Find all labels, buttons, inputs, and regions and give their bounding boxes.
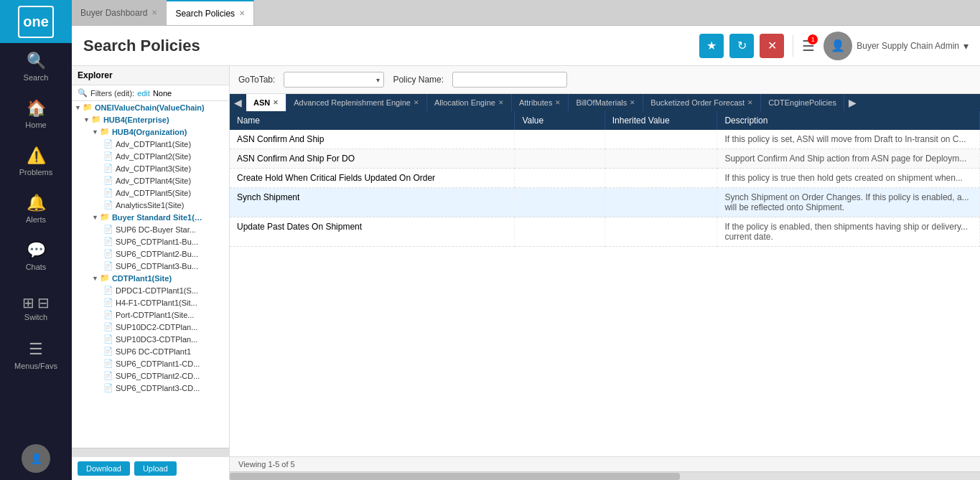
explorer-header: Explorer [72,66,229,85]
policy-tab-are-label: Advanced Replenishment Engine [294,98,411,107]
close-page-button[interactable]: ✕ [760,34,784,58]
goto-tab-wrapper [284,72,384,88]
star-button[interactable]: ★ [699,34,724,58]
sidebar-item-alerts[interactable]: 🔔 Alerts [0,185,72,232]
policy-tab-attr-label: Attributes [519,98,552,107]
sidebar-item-problems[interactable]: ⚠️ Problems [0,138,72,185]
list-item[interactable]: 📄SUP6_CDTPlant1-CD... [72,357,229,370]
list-item[interactable]: 📄Adv_CDTPlant4(Site) [72,174,229,187]
close-buyer-dashboard-icon[interactable]: ✕ [151,9,157,17]
sidebar-item-search[interactable]: 🔍 Search [0,43,72,90]
goto-tab-select[interactable] [284,72,384,88]
list-item[interactable]: 📄SUP6_CDTPlant2-CD... [72,370,229,382]
explorer-scrollbar-x[interactable] [72,448,229,456]
policy-tab-attr[interactable]: Attributes ✕ [512,94,569,111]
close-bof-tab-icon[interactable]: ✕ [747,99,753,106]
list-item[interactable]: 📄SUP6_CDTPlant3-Bu... [72,260,229,272]
list-item[interactable]: 📄Port-CDTPlant1(Site... [72,309,229,321]
list-item[interactable]: 📄Adv_CDTPlant1(Site) [72,138,229,150]
refresh-button[interactable]: ↻ [729,34,754,58]
file-icon: 📄 [103,334,113,344]
close-alloc-tab-icon[interactable]: ✕ [498,99,504,106]
list-item[interactable]: 📄Adv_CDTPlant2(Site) [72,150,229,162]
close-bom-tab-icon[interactable]: ✕ [630,99,635,106]
file-icon: 📄 [103,310,113,319]
tab-bar: Buyer Dashboard ✕ Search Policies ✕ [72,0,980,26]
user-name: Buyer Supply Chain Admin [857,41,959,51]
sidebar-item-home[interactable]: 🏠 Home [0,90,72,138]
logo-area[interactable]: one [0,0,72,43]
list-item[interactable]: 📄Adv_CDTPlant3(Site) [72,162,229,174]
file-icon: 📄 [103,151,113,161]
cell-description: If this policy is set, ASN will move fro… [717,130,980,149]
bottom-scrollbar[interactable] [230,471,980,480]
chevron-down-icon: ▾ [963,40,969,52]
tab-buyer-dashboard[interactable]: Buyer Dashboard ✕ [72,0,167,25]
file-icon: 📄 [103,249,113,258]
user-avatar-small[interactable]: 👤 [22,444,50,473]
tree-node-buyerstandard[interactable]: ▼ 📁 Buyer Standard Site1(Si... [72,211,229,223]
list-item[interactable]: 📄SUP6 DC-Buyer Star... [72,223,229,235]
list-item[interactable]: 📄H4-F1-CDTPlant1(Sit... [72,296,229,309]
main-area: Buyer Dashboard ✕ Search Policies ✕ Sear… [72,0,980,480]
download-button[interactable]: Download [78,461,130,476]
file-icon: 📄 [103,164,113,173]
tab-nav-right-arrow[interactable]: ▶ [844,97,861,108]
policy-tabs: ◀ ASN ✕ Advanced Replenishment Engine ✕ … [230,94,980,111]
list-item[interactable]: 📄SUP6_CDTPlant3-CD... [72,382,229,394]
tab-nav-left-arrow[interactable]: ◀ [230,97,246,108]
tree-node-hub4org[interactable]: ▼ 📁 HUB4(Organization) [72,126,229,138]
list-item[interactable]: 📄AnalyticsSite1(Site) [72,199,229,211]
explorer-filter-bar: 🔍 Filters (edit): edit None [72,85,229,101]
file-icon: 📄 [103,383,113,392]
notification-wrapper[interactable]: ☰ 1 [802,37,815,55]
user-area[interactable]: 👤 Buyer Supply Chain Admin ▾ [823,32,969,60]
policy-tab-asn[interactable]: ASN ✕ [246,94,286,111]
close-asn-tab-icon[interactable]: ✕ [273,99,279,106]
bell-icon: 🔔 [27,194,46,212]
tree-node-hub4enterprise[interactable]: ▼ 📁 HUB4(Enterprise) [72,113,229,126]
table-row[interactable]: Synch Shipment Synch Shipment on Order C… [230,188,980,217]
table-row[interactable]: ASN Confirm And Ship If this policy is s… [230,130,980,149]
policy-tab-cdt[interactable]: CDTEnginePolicies [761,94,844,111]
tab-label-search-policies: Search Policies [175,9,235,19]
policy-name-input[interactable] [452,72,567,88]
file-icon: 📄 [103,347,113,356]
cell-inherited [605,217,717,247]
tree-node-valuechain[interactable]: ▼ 📁 ONEIValueChain(ValueChain) [72,101,229,113]
table-row[interactable]: ASN Confirm And Ship For DO Support Conf… [230,149,980,169]
cell-name: Synch Shipment [230,188,515,217]
table-row[interactable]: Update Past Dates On Shipment If the pol… [230,217,980,247]
close-attr-tab-icon[interactable]: ✕ [555,99,561,106]
filter-edit-link[interactable]: edit [137,89,150,98]
cell-name: Create Hold When Critical Fields Updated… [230,169,515,188]
filter-search-icon: 🔍 [78,88,88,98]
table-row[interactable]: Create Hold When Critical Fields Updated… [230,169,980,188]
cell-description: Support Confirm And Ship action from ASN… [717,149,980,169]
policy-table: Name Value Inherited Value Description [230,111,980,456]
filter-bar: GoToTab: Policy Name: [230,66,980,94]
policy-tab-alloc[interactable]: Allocation Engine ✕ [427,94,512,111]
sidebar-switch[interactable]: ⊞ ⊟ Switch [0,287,72,329]
filter-label: Filters (edit): [90,89,134,98]
list-item[interactable]: 📄SUP6 DC-CDTPlant1 [72,345,229,357]
close-search-policies-icon[interactable]: ✕ [239,9,245,17]
sidebar-item-menus[interactable]: ☰ Menus/Favs [0,331,72,379]
list-item[interactable]: 📄SUP10DC2-CDTPlan... [72,321,229,333]
policy-tab-are[interactable]: Advanced Replenishment Engine ✕ [286,94,427,111]
policy-tab-bom[interactable]: BillOfMaterials ✕ [569,94,643,111]
list-item[interactable]: 📄DPDC1-CDTPlant1(S... [72,284,229,296]
tree-node-cdtplant1[interactable]: ▼ 📁 CDTPlant1(Site) [72,272,229,284]
upload-button[interactable]: Upload [134,461,177,476]
file-icon: 📄 [103,225,113,234]
tab-search-policies[interactable]: Search Policies ✕ [167,0,254,25]
expand-arrow: ▼ [92,275,98,282]
list-item[interactable]: 📄SUP10DC3-CDTPlan... [72,333,229,345]
close-are-tab-icon[interactable]: ✕ [414,99,419,106]
policy-tab-bof[interactable]: Bucketized Order Forecast ✕ [643,94,761,111]
file-icon: 📄 [103,298,113,307]
list-item[interactable]: 📄Adv_CDTPlant5(Site) [72,187,229,199]
list-item[interactable]: 📄SUP6_CDTPlant2-Bu... [72,248,229,260]
sidebar-item-chats[interactable]: 💬 Chats [0,232,72,280]
list-item[interactable]: 📄SUP6_CDTPlant1-Bu... [72,235,229,248]
